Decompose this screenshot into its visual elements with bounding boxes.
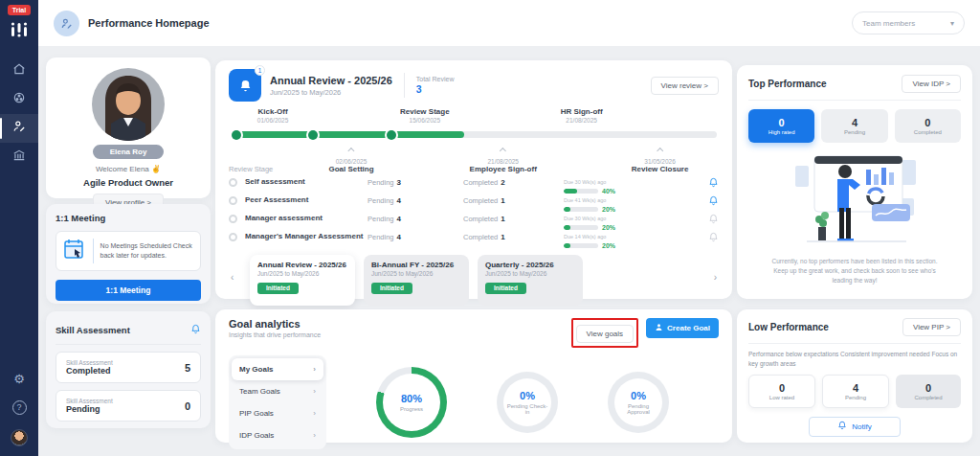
person-edit-icon	[12, 120, 26, 137]
sidebar-item-organization[interactable]	[0, 143, 38, 171]
review-cycle-card[interactable]: Quarterly - 2025/26Jun/2025 to May/2026 …	[478, 255, 583, 306]
chevron-up-icon	[500, 148, 506, 154]
review-carousel: ‹ Annual Review - 2025/26Jun/2025 to May…	[229, 253, 719, 308]
sidebar-item-settings[interactable]: ⚙	[0, 364, 38, 393]
notify-button[interactable]: Notify	[809, 417, 901, 437]
divider	[93, 239, 94, 263]
view-review-button[interactable]: View review >	[651, 77, 719, 95]
skill-item-value: 5	[185, 362, 190, 374]
skill-item-label: Skill Assessment	[66, 398, 113, 404]
timeline-bar	[231, 131, 717, 138]
bell-icon[interactable]	[708, 229, 719, 246]
timeline-dot	[387, 130, 396, 140]
top-performance-panel: Top Performance View IDP > 0High rated 4…	[737, 65, 972, 299]
review-cycle-card[interactable]: Annual Review - 2025/26Jun/2025 to May/2…	[250, 255, 355, 306]
welcome-text: Welcome Elena ✌	[46, 165, 211, 173]
bell-icon[interactable]	[708, 193, 719, 210]
meeting-title: 1:1 Meeting	[56, 213, 201, 223]
view-idp-button[interactable]: View IDP >	[902, 75, 961, 93]
top-performance-caption: Currently, no top performers have been l…	[768, 257, 941, 285]
hub-icon	[12, 91, 26, 108]
home-icon	[12, 62, 26, 80]
total-review-label: Total Review	[416, 76, 455, 82]
chevron-right-icon: ›	[313, 431, 316, 440]
review-title: Annual Review - 2025/26	[270, 75, 392, 86]
meeting-button[interactable]: 1:1 Meeting	[56, 280, 201, 301]
pending-checkin-donut: 0%Pending Check-in	[497, 372, 558, 433]
stage-progress-bar	[564, 243, 598, 248]
chevron-down-icon: ▾	[950, 19, 954, 28]
meeting-empty-box: No Meetings Scheduled Check back later f…	[56, 231, 201, 271]
wave-icon: ✌	[151, 165, 161, 173]
review-cycle-card[interactable]: Bi-Annual FY - 2025/26Jun/2025 to May/20…	[364, 255, 469, 306]
stat-completed[interactable]: 0Completed	[896, 375, 961, 408]
goals-subtitle: Insights that drive performance	[229, 331, 321, 338]
stage-name: Peer Assessment	[245, 196, 368, 205]
divider	[404, 73, 405, 98]
profile-role: Agile Product Owner	[46, 177, 211, 188]
chevron-up-icon	[657, 148, 663, 154]
stage-name: Manager's Manager Assessment	[245, 233, 368, 241]
low-performance-description: Performance below expectations Consisten…	[748, 350, 961, 369]
skill-pending-box: Skill Assessment Pending 0	[56, 390, 201, 422]
low-performance-panel: Low Performance View PIP > Performance b…	[737, 309, 972, 443]
stage-row-icon	[229, 215, 237, 223]
gear-icon: ⚙	[13, 372, 25, 386]
bell-icon[interactable]	[190, 321, 201, 338]
skill-card: Skill Assessment Skill Assessment Comple…	[46, 311, 211, 428]
stage-row-icon	[229, 178, 237, 187]
sidebar-item-home[interactable]	[0, 57, 38, 85]
tab-idp-goals[interactable]: IDP Goals›	[232, 424, 323, 446]
sidebar-item-hub[interactable]	[0, 85, 38, 114]
status-badge: Initiated	[485, 283, 526, 294]
stat-high-rated[interactable]: 0High rated	[748, 109, 814, 143]
stage-row: Manager's Manager Assessment Pending4 Co…	[229, 228, 719, 246]
stage-row-icon	[229, 196, 237, 205]
bell-icon[interactable]	[708, 174, 719, 192]
view-pip-button[interactable]: View PIP >	[902, 318, 961, 336]
stat-pending[interactable]: 4Pending	[822, 375, 889, 408]
tab-pip-goals[interactable]: PIP Goals›	[232, 402, 323, 424]
sidebar-item-performance[interactable]	[0, 114, 38, 143]
avatar	[92, 68, 165, 141]
carousel-next-icon[interactable]: ›	[714, 272, 717, 283]
top-performance-title: Top Performance	[748, 79, 827, 89]
app-logo-icon	[11, 22, 28, 41]
profile-name-pill: Elena Roy	[91, 143, 167, 161]
sidebar: Trial ⚙ ?	[0, 0, 38, 456]
sidebar-user-avatar[interactable]	[11, 429, 28, 446]
due-text: Due 14 Wk(s) ago	[564, 234, 606, 239]
tab-my-goals[interactable]: My Goals›	[232, 358, 323, 380]
bell-icon[interactable]	[708, 211, 719, 228]
tab-team-goals[interactable]: Team Goals›	[232, 380, 323, 402]
skill-item-label: Skill Assessment	[66, 359, 113, 366]
carousel-prev-icon[interactable]: ‹	[231, 272, 234, 283]
calendar-icon	[63, 238, 86, 264]
review-bell-icon: 1	[229, 69, 261, 102]
timeline-milestone: 21/08/2025Employee Sign-off	[470, 140, 537, 173]
pending-approval-donut: 0%Pending Approval	[608, 372, 669, 433]
status-badge: Initiated	[257, 283, 299, 294]
stage-row-icon	[229, 233, 237, 241]
stat-completed[interactable]: 0Completed	[895, 109, 961, 143]
view-goals-button[interactable]: View goals	[576, 325, 635, 343]
timeline-milestone: 02/06/2025Goal Setting	[328, 140, 373, 173]
page-icon	[54, 11, 79, 36]
chevron-right-icon: ›	[313, 365, 316, 374]
team-members-select[interactable]: Team members ▾	[852, 11, 965, 34]
skill-item-value: 0	[185, 400, 190, 412]
top-header: Performance Homepage Team members ▾	[38, 0, 980, 46]
review-count-badge: 1	[255, 65, 265, 76]
skill-title: Skill Assessment	[56, 325, 130, 335]
review-timeline: Kick-Off01/06/2025 Review Stage15/06/202…	[229, 107, 719, 161]
profile-card: Elena Roy Welcome Elena ✌ Agile Product …	[46, 57, 211, 198]
progress-donut: 80%Progress	[376, 367, 447, 438]
bank-icon	[12, 148, 26, 166]
presentation-illustration	[778, 148, 931, 254]
page-title: Performance Homepage	[88, 17, 210, 29]
sidebar-item-help[interactable]: ?	[0, 393, 38, 422]
create-goal-button[interactable]: Create Goal	[646, 318, 719, 338]
chevron-up-icon	[347, 148, 354, 154]
stat-pending[interactable]: 4Pending	[821, 109, 887, 143]
stat-low-rated[interactable]: 0Low rated	[748, 375, 815, 408]
